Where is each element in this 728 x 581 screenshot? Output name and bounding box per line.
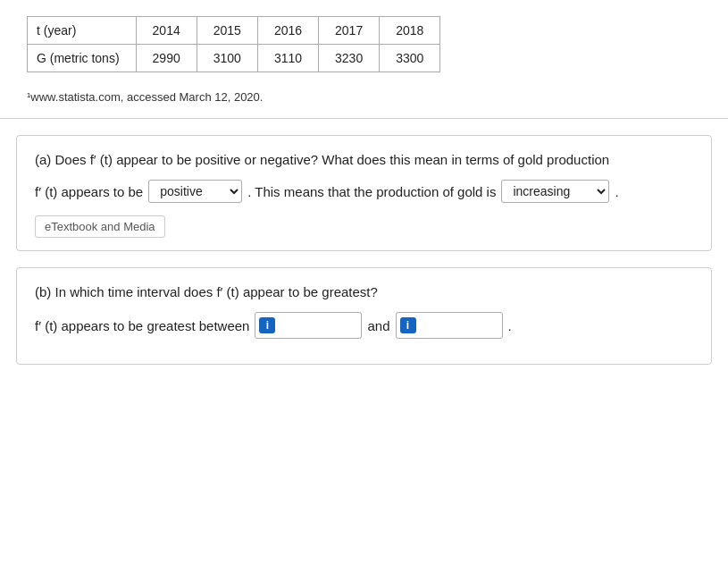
part-a-label1: f′ (t) appears to be <box>35 184 143 199</box>
etextbook-button[interactable]: eTextbook and Media <box>35 215 165 238</box>
top-section: t (year) 2014 2015 2016 2017 2018 G (met… <box>0 0 728 119</box>
part-a-answer-row: f′ (t) appears to be positive negative .… <box>35 180 693 203</box>
year-2017: 2017 <box>319 17 380 45</box>
row1-label: t (year) <box>28 17 137 45</box>
part-b-label1: f′ (t) appears to be greatest between <box>35 318 249 333</box>
info-icon-2[interactable]: i <box>400 317 416 333</box>
year-2015: 2015 <box>197 17 257 45</box>
part-b-input1-container: i <box>255 312 362 339</box>
part-b-title: (b) In which time interval does f′ (t) a… <box>35 284 693 299</box>
year-2016: 2016 <box>257 17 318 45</box>
year-2014: 2014 <box>136 17 197 45</box>
part-b-answer-row: f′ (t) appears to be greatest between i … <box>35 312 693 339</box>
val-2018: 3300 <box>380 45 440 72</box>
info-icon-1[interactable]: i <box>259 317 275 333</box>
part-b-input2[interactable] <box>420 318 491 333</box>
val-2014: 2990 <box>136 45 197 72</box>
footnote: ¹www.statista.com, accessed March 12, 20… <box>27 90 701 104</box>
part-b-input2-container: i <box>396 312 503 339</box>
part-b-block: (b) In which time interval does f′ (t) a… <box>16 267 712 365</box>
part-a-title: (a) Does f′ (t) appear to be positive or… <box>35 152 693 167</box>
part-b-title-text: (b) In which time interval does f′ (t) a… <box>35 284 378 299</box>
part-b-label3: . <box>508 318 512 333</box>
part-a-label2: . This means that the production of gold… <box>247 184 496 199</box>
positive-negative-select[interactable]: positive negative <box>148 180 242 203</box>
part-a-block: (a) Does f′ (t) appear to be positive or… <box>16 135 712 251</box>
part-b-label2: and <box>367 318 389 333</box>
part-a-title-text: (a) Does f′ (t) appear to be positive or… <box>35 152 609 167</box>
val-2017: 3230 <box>319 45 380 72</box>
increasing-decreasing-select[interactable]: increasing decreasing <box>501 180 609 203</box>
part-a-label3: . <box>615 184 618 199</box>
row2-label: G (metric tons) <box>28 45 137 72</box>
part-b-input1[interactable] <box>279 318 350 333</box>
val-2015: 3100 <box>197 45 257 72</box>
data-table: t (year) 2014 2015 2016 2017 2018 G (met… <box>27 16 440 72</box>
val-2016: 3110 <box>257 45 318 72</box>
year-2018: 2018 <box>380 17 440 45</box>
